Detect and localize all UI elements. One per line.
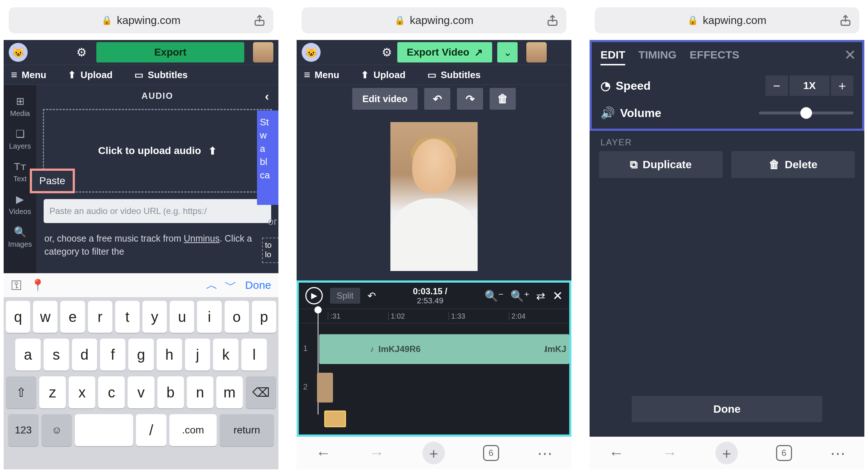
close-icon[interactable]: ✕	[844, 47, 856, 63]
tab-edit[interactable]: EDIT	[600, 49, 625, 65]
avatar[interactable]	[526, 42, 547, 62]
tab-count[interactable]: 6	[483, 445, 499, 461]
export-button[interactable]: Export	[96, 42, 244, 62]
split-button[interactable]: Split	[330, 288, 360, 304]
tab-timing[interactable]: TIMING	[638, 49, 676, 65]
unminus-link[interactable]: Unminus	[184, 233, 220, 243]
dotcom-key[interactable]: .com	[169, 414, 217, 446]
more-icon[interactable]: ⋯	[830, 444, 845, 462]
key-p[interactable]: p	[252, 301, 276, 333]
kapwing-logo[interactable]: 😺	[9, 43, 28, 62]
edit-video-button[interactable]: Edit video	[352, 88, 418, 110]
back-icon[interactable]: ←	[316, 444, 331, 462]
key-u[interactable]: u	[170, 301, 194, 333]
export-video-button[interactable]: Export Video ↗	[397, 42, 492, 62]
delete-button[interactable]: 🗑	[490, 88, 516, 110]
subtitles-button[interactable]: ▭Subtitles	[134, 69, 188, 81]
timeline-ruler[interactable]: :31 1:02 1:33 2:04	[299, 309, 569, 323]
export-options-button[interactable]: ⌄	[497, 42, 518, 62]
speed-decrease[interactable]: −	[765, 76, 788, 96]
safari-address-bar[interactable]: 🔒 kapwing.com	[9, 7, 273, 33]
safari-address-bar[interactable]: 🔒 kapwing.com	[302, 7, 566, 33]
emoji-key[interactable]: ☺	[41, 414, 72, 446]
zoom-in-icon[interactable]: 🔍⁺	[510, 290, 530, 302]
forward-icon[interactable]: →	[369, 444, 384, 462]
key-b[interactable]: b	[157, 376, 184, 408]
key-r[interactable]: r	[88, 301, 112, 333]
share-icon[interactable]	[253, 14, 266, 27]
redo-button[interactable]: ↷	[457, 88, 483, 110]
side-layers[interactable]: ❏Layers	[4, 123, 36, 155]
video-clip[interactable]	[317, 373, 333, 403]
audio-url-input[interactable]: Paste an audio or video URL (e.g. https:…	[44, 199, 271, 223]
key-c[interactable]: c	[98, 376, 125, 408]
more-icon[interactable]: ⋯	[537, 444, 552, 462]
avatar[interactable]	[253, 42, 273, 62]
safari-address-bar[interactable]: 🔒 kapwing.com	[595, 7, 859, 33]
upload-button[interactable]: ⬆Upload	[68, 69, 112, 81]
delete-button[interactable]: 🗑Delete	[731, 151, 855, 178]
undo-button[interactable]: ↶	[424, 88, 450, 110]
side-media[interactable]: ⊞Media	[4, 90, 36, 123]
slider-thumb[interactable]	[800, 107, 812, 119]
keyboard-done[interactable]: Done	[245, 279, 271, 291]
share-icon[interactable]	[839, 14, 852, 27]
canvas-preview[interactable]	[297, 113, 571, 280]
forward-icon[interactable]: →	[662, 444, 677, 462]
numbers-key[interactable]: 123	[8, 414, 39, 446]
side-images[interactable]: 🔍Images	[4, 221, 36, 254]
space-key[interactable]	[75, 414, 133, 446]
done-button[interactable]: Done	[632, 396, 822, 422]
new-tab-button[interactable]: ＋	[715, 442, 738, 464]
slash-key[interactable]: /	[136, 414, 166, 446]
speed-increase[interactable]: ＋	[831, 76, 853, 96]
subtitles-button[interactable]: ▭Subtitles	[427, 69, 481, 81]
key-z[interactable]: z	[39, 376, 66, 408]
key-e[interactable]: e	[60, 301, 85, 333]
location-icon[interactable]: 📍	[31, 278, 45, 292]
key-s[interactable]: s	[44, 339, 69, 371]
key-q[interactable]: q	[6, 301, 30, 333]
backspace-key[interactable]: ⌫	[246, 376, 276, 408]
close-timeline-icon[interactable]: ✕	[552, 288, 563, 303]
prev-field-icon[interactable]: ︿	[206, 277, 218, 294]
gear-icon[interactable]: ⚙	[76, 45, 87, 59]
volume-slider[interactable]	[759, 112, 853, 114]
key-a[interactable]: a	[15, 339, 41, 371]
tab-count[interactable]: 6	[776, 445, 792, 461]
key-w[interactable]: w	[33, 301, 57, 333]
key-t[interactable]: t	[115, 301, 140, 333]
share-icon[interactable]	[546, 14, 559, 27]
upload-button[interactable]: ⬆Upload	[361, 69, 405, 81]
timeline-tracks[interactable]: 1 2 ♪ ImKJ49R6 ♪ ImKJ	[299, 323, 569, 434]
timeline-undo-icon[interactable]: ↶	[367, 290, 376, 302]
key-o[interactable]: o	[225, 301, 249, 333]
key-l[interactable]: l	[241, 339, 267, 371]
passwords-icon[interactable]: ⚿	[11, 279, 23, 292]
back-icon[interactable]: ‹	[265, 89, 270, 103]
selected-clip[interactable]	[324, 411, 346, 427]
key-g[interactable]: g	[128, 339, 154, 371]
shift-key[interactable]: ⇧	[6, 376, 36, 408]
zoom-out-icon[interactable]: 🔍⁻	[485, 290, 504, 302]
paste-menu-item[interactable]: Paste	[30, 169, 75, 193]
gear-icon[interactable]: ⚙	[382, 45, 392, 59]
menu-button[interactable]: ≡Menu	[304, 69, 339, 81]
audio-clip[interactable]: ♪ ImKJ49R6 ♪ ImKJ	[319, 334, 569, 364]
upload-audio-dropzone[interactable]: Click to upload audio ⬆	[43, 109, 272, 193]
key-f[interactable]: f	[100, 339, 125, 371]
kapwing-logo[interactable]: 😺	[302, 43, 321, 62]
key-n[interactable]: n	[187, 376, 213, 408]
key-i[interactable]: i	[197, 301, 221, 333]
next-field-icon[interactable]: ﹀	[225, 277, 237, 294]
key-j[interactable]: j	[185, 339, 210, 371]
return-key[interactable]: return	[220, 414, 274, 446]
key-m[interactable]: m	[216, 376, 243, 408]
play-button[interactable]: ▶	[305, 287, 323, 304]
back-icon[interactable]: ←	[608, 444, 624, 462]
key-v[interactable]: v	[128, 376, 154, 408]
key-y[interactable]: y	[142, 301, 167, 333]
duplicate-button[interactable]: ⧉Duplicate	[599, 151, 723, 178]
tab-effects[interactable]: EFFECTS	[690, 49, 739, 65]
key-h[interactable]: h	[157, 339, 182, 371]
